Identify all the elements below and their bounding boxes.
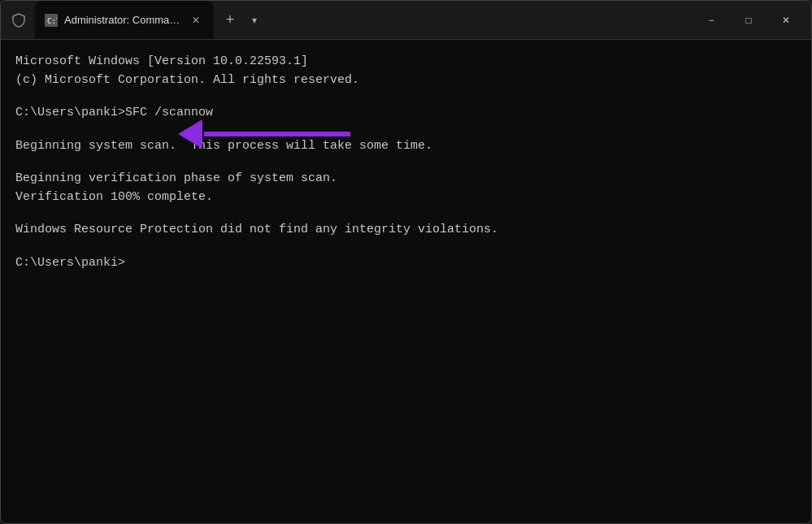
terminal-line-7: Windows Resource Protection did not find… — [15, 221, 797, 240]
close-button[interactable]: ✕ — [767, 7, 805, 33]
terminal-line-5: Beginning verification phase of system s… — [15, 170, 797, 188]
arrow-shaft — [204, 132, 350, 136]
spacer-4 — [15, 206, 797, 221]
terminal-icon: C:\ — [45, 14, 58, 27]
spacer-2 — [15, 123, 797, 137]
window: C:\ Administrator: Command Prom ✕ + ▾ − … — [0, 0, 812, 524]
terminal-content[interactable]: Microsoft Windows [Version 10.0.22593.1]… — [1, 40, 811, 523]
minimize-button[interactable]: − — [693, 7, 730, 33]
terminal-line-2: (c) Microsoft Corporation. All rights re… — [15, 71, 797, 90]
spacer-1 — [15, 89, 797, 104]
tab-dropdown-button[interactable]: ▾ — [243, 9, 266, 32]
spacer-3 — [15, 155, 797, 170]
terminal-line-6: Verification 100% complete. — [15, 188, 797, 207]
tabs-area: C:\ Administrator: Command Prom ✕ + ▾ — [35, 1, 693, 39]
terminal-line-3: C:\Users\panki>SFC /scannow — [15, 104, 797, 123]
window-controls: − □ ✕ — [693, 7, 805, 33]
active-tab[interactable]: C:\ Administrator: Command Prom ✕ — [35, 1, 214, 39]
tab-close-button[interactable]: ✕ — [188, 12, 204, 28]
arrow-head — [178, 119, 202, 149]
spacer-5 — [15, 240, 797, 254]
svg-text:C:\: C:\ — [47, 17, 57, 25]
terminal-line-4: Beginning system scan. This process will… — [15, 137, 797, 156]
restore-button[interactable]: □ — [730, 7, 767, 33]
arrow-annotation — [180, 119, 350, 149]
new-tab-button[interactable]: + — [217, 7, 243, 33]
terminal-line-1: Microsoft Windows [Version 10.0.22593.1] — [15, 53, 797, 71]
shield-icon — [7, 9, 30, 32]
terminal-line-8: C:\Users\panki> — [15, 254, 797, 273]
titlebar: C:\ Administrator: Command Prom ✕ + ▾ − … — [1, 1, 811, 40]
tab-label: Administrator: Command Prom — [64, 14, 181, 26]
